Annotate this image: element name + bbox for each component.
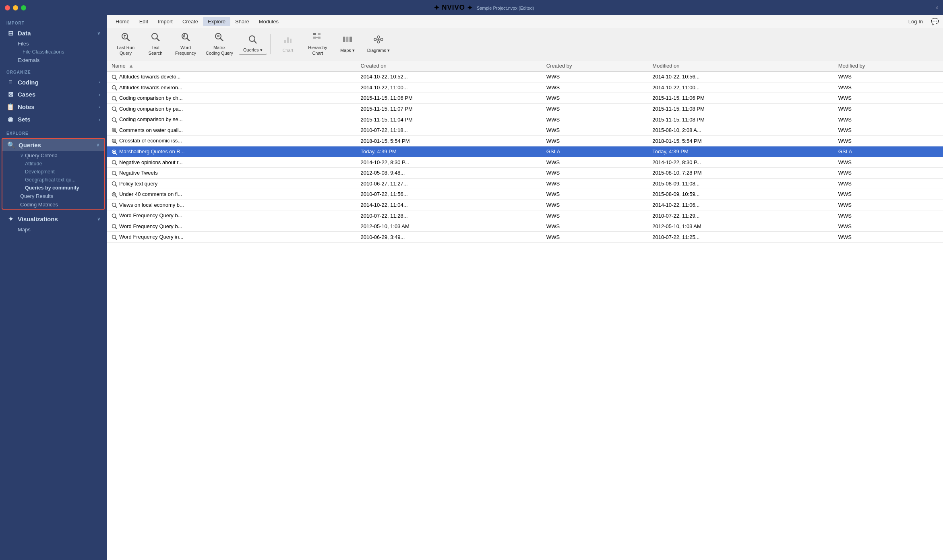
row-icon xyxy=(112,106,119,112)
sidebar-item-maps[interactable]: Maps xyxy=(0,225,107,234)
menu-create[interactable]: Create xyxy=(178,17,203,26)
menu-share[interactable]: Share xyxy=(230,17,254,26)
table-row[interactable]: Coding comparison by ch... 2015-11-15, 1… xyxy=(107,93,943,104)
col-modified-by[interactable]: Modified by xyxy=(833,60,943,72)
sidebar-item-development[interactable]: Development xyxy=(2,168,104,176)
sidebar-item-attitude[interactable]: Attitude xyxy=(2,160,104,168)
sidebar-item-coding-matrices[interactable]: Coding Matrices xyxy=(2,200,104,209)
sidebar-item-geographical[interactable]: Geographical text qu... xyxy=(2,176,104,184)
cell-created-on: 2012-05-08, 9:48... xyxy=(356,168,541,179)
col-created-on[interactable]: Created on xyxy=(356,60,541,72)
sidebar-item-queries[interactable]: 🔍 Queries ∨ xyxy=(2,139,104,151)
maximize-button[interactable] xyxy=(21,5,26,10)
last-run-query-icon xyxy=(121,32,130,43)
cell-created-by: WWS xyxy=(542,210,648,221)
maps-button[interactable]: Maps ▾ xyxy=(333,33,362,55)
table-row[interactable]: Attitudes towards develo... 2014-10-22, … xyxy=(107,72,943,82)
cell-modified-on: 2015-11-15, 11:08 PM xyxy=(647,103,833,114)
cell-name: Negative opinions about r... xyxy=(107,157,356,168)
sidebar-item-queries-by-community[interactable]: Queries by community xyxy=(2,184,104,192)
table-row[interactable]: Attitudes towards environ... 2014-10-22,… xyxy=(107,82,943,93)
cell-name: Under 40 comments on fi... xyxy=(107,189,356,200)
cell-modified-by: WWS xyxy=(833,82,943,93)
cell-name: Negative Tweets xyxy=(107,168,356,179)
sidebar-item-query-results[interactable]: Query Results xyxy=(2,192,104,200)
cell-created-by: WWS xyxy=(542,189,648,200)
minimize-button[interactable] xyxy=(13,5,18,10)
sidebar-item-files[interactable]: Files xyxy=(0,39,107,48)
menu-modules[interactable]: Modules xyxy=(254,17,283,26)
sidebar-collapse-button[interactable]: ‹ xyxy=(936,4,938,11)
table-row[interactable]: Word Frequency Query b... 2010-07-22, 11… xyxy=(107,210,943,221)
cell-modified-by: WWS xyxy=(833,103,943,114)
sidebar-item-coding[interactable]: ≡ Coding › xyxy=(0,76,107,88)
data-icon: ⊟ xyxy=(6,29,14,37)
sidebar-item-file-classifications[interactable]: File Classifications xyxy=(0,48,107,56)
col-created-by[interactable]: Created by xyxy=(542,60,648,72)
menu-home[interactable]: Home xyxy=(111,17,134,26)
cell-name: Views on local economy b... xyxy=(107,200,356,210)
svg-rect-20 xyxy=(318,37,321,39)
chat-icon[interactable]: 💬 xyxy=(931,18,939,25)
cell-created-by: WWS xyxy=(542,136,648,146)
row-icon xyxy=(112,159,119,165)
diagrams-button[interactable]: Diagrams ▾ xyxy=(363,33,394,55)
content-area: Home Edit Import Create Explore Share Mo… xyxy=(107,15,943,560)
matrix-coding-query-icon xyxy=(214,32,225,43)
menu-edit[interactable]: Edit xyxy=(134,17,153,26)
menu-explore[interactable]: Explore xyxy=(203,17,230,26)
table-row[interactable]: Word Frequency Query in... 2010-06-29, 3… xyxy=(107,232,943,243)
table-row[interactable]: Negative opinions about r... 2014-10-22,… xyxy=(107,157,943,168)
table-row[interactable]: Policy text query 2010-06-27, 11:27... W… xyxy=(107,178,943,189)
sidebar-item-data[interactable]: ⊟ Data ∨ xyxy=(0,27,107,39)
logo-cross-icon: ✦ xyxy=(467,4,473,12)
table-row[interactable]: Views on local economy b... 2014-10-22, … xyxy=(107,200,943,210)
table-row[interactable]: Comments on water quali... 2010-07-22, 1… xyxy=(107,125,943,136)
close-button[interactable] xyxy=(5,5,10,10)
chart-button[interactable]: Chart xyxy=(274,33,302,55)
col-modified-on[interactable]: Modified on xyxy=(647,60,833,72)
last-run-query-button[interactable]: Last RunQuery xyxy=(112,31,140,57)
sidebar-item-notes[interactable]: 📋 Notes › xyxy=(0,101,107,113)
chevron-right-icon: › xyxy=(99,80,100,84)
word-frequency-icon xyxy=(181,32,190,43)
svg-rect-51 xyxy=(113,140,115,142)
cell-created-by: WWS xyxy=(542,168,648,179)
sidebar-item-query-criteria[interactable]: ∨ Query Criteria xyxy=(2,151,104,160)
hierarchy-chart-icon xyxy=(312,32,323,43)
queries-icon: 🔍 xyxy=(7,141,15,149)
table-row[interactable]: Word Frequency Query b... 2012-05-10, 1:… xyxy=(107,221,943,232)
matrix-coding-query-button[interactable]: MatrixCoding Query xyxy=(202,31,237,57)
table-row[interactable]: Marshallberg Quotes on R... Today, 4:39 … xyxy=(107,146,943,157)
hierarchy-chart-button[interactable]: HierarchyChart xyxy=(304,31,332,57)
sidebar-item-visualizations[interactable]: ✦ Visualizations ∨ xyxy=(0,213,107,225)
table-row[interactable]: Crosstab of economic iss... 2018-01-15, … xyxy=(107,136,943,146)
queries-group: 🔍 Queries ∨ ∨ Query Criteria Attitude De… xyxy=(2,138,105,210)
table-row[interactable]: Coding comparison by se... 2015-11-15, 1… xyxy=(107,114,943,125)
cell-created-by: WWS xyxy=(542,114,648,125)
cell-created-by: WWS xyxy=(542,93,648,104)
word-frequency-button[interactable]: WordFrequency xyxy=(171,31,200,57)
sidebar-item-externals[interactable]: Externals xyxy=(0,56,107,64)
chevron-down-icon: ∨ xyxy=(96,142,99,148)
cell-created-by: WWS xyxy=(542,200,648,210)
sidebar-item-cases[interactable]: ⊠ Cases › xyxy=(0,88,107,101)
diagrams-label: Diagrams ▾ xyxy=(367,48,390,53)
sidebar-item-sets[interactable]: ◉ Sets › xyxy=(0,113,107,126)
chevron-right-icon: › xyxy=(99,92,100,97)
cell-name: Coding comparison by se... xyxy=(107,114,356,125)
cell-created-on: 2012-05-10, 1:03 AM xyxy=(356,221,541,232)
table-row[interactable]: Coding comparison by pa... 2015-11-15, 1… xyxy=(107,103,943,114)
table-row[interactable]: Negative Tweets 2012-05-08, 9:48... WWS … xyxy=(107,168,943,179)
row-icon xyxy=(112,191,119,197)
svg-rect-8 xyxy=(184,34,185,37)
queries-button[interactable]: Queries ▾ xyxy=(239,33,267,55)
text-search-button[interactable]: T TextSearch xyxy=(141,31,170,57)
menu-login[interactable]: Log In xyxy=(904,17,928,26)
last-run-query-label: Last RunQuery xyxy=(117,45,134,56)
table-row[interactable]: Under 40 comments on fi... 2010-07-22, 1… xyxy=(107,189,943,200)
cell-modified-on: 2014-10-22, 11:00... xyxy=(647,82,833,93)
menu-import[interactable]: Import xyxy=(153,17,178,26)
svg-rect-24 xyxy=(343,37,345,42)
col-name[interactable]: Name ▲ xyxy=(107,60,356,72)
